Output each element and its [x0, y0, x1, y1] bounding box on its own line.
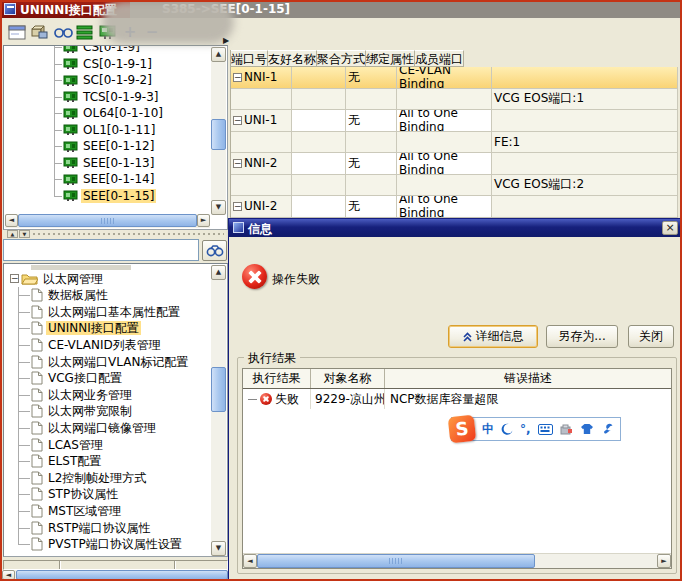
device-tree-item[interactable]: CS[0-1-9]	[5, 46, 211, 56]
device-tree-item[interactable]: SEE[0-1-14]	[5, 171, 211, 188]
binding-cell[interactable]	[397, 175, 492, 197]
aggregation-cell[interactable]: 无	[346, 153, 397, 175]
device-tree-label[interactable]: CS[0-1-9-1]	[81, 57, 154, 71]
dialog-title-bar[interactable]: 信息 ×	[229, 219, 681, 237]
column-header[interactable]: 端口号	[231, 50, 268, 67]
function-tree-label[interactable]: 以太网端口VLAN标记配置	[46, 355, 190, 369]
function-tree-label[interactable]: CE-VLANID列表管理	[46, 338, 163, 352]
port-cell[interactable]	[231, 132, 292, 154]
list-view-icon[interactable]	[74, 21, 96, 43]
friendly-name-cell[interactable]	[292, 132, 346, 154]
function-tree-label[interactable]: LCAS管理	[46, 438, 105, 452]
save-as-button[interactable]: 另存为...	[546, 325, 618, 348]
member-port-cell[interactable]: VCG EOS端口:2	[492, 175, 678, 197]
device-tree-label[interactable]: TCS[0-1-9-3]	[81, 90, 161, 104]
column-header[interactable]: 错误描述	[385, 369, 671, 388]
function-tree-item[interactable]: 以太网端口VLAN标记配置	[5, 353, 211, 370]
device-tree-label[interactable]: SC[0-1-9-2]	[81, 73, 154, 87]
splitter-down-icon[interactable]: ▼	[19, 230, 30, 238]
member-port-cell[interactable]: FE:1	[492, 132, 678, 154]
eyeglasses-find-icon[interactable]	[52, 21, 74, 43]
function-tree-item[interactable]: RSTP端口协议属性	[5, 519, 211, 536]
soft-keyboard-icon[interactable]	[538, 424, 553, 435]
scroll-right-icon[interactable]: ►	[657, 554, 671, 568]
function-tree-label[interactable]: 以太网带宽限制	[46, 404, 134, 418]
device-tree-label[interactable]: SEE[0-1-13]	[81, 156, 156, 170]
member-port-cell[interactable]	[492, 196, 678, 218]
scroll-right-icon[interactable]: ►	[197, 214, 210, 227]
function-tree-item[interactable]: MST区域管理	[5, 503, 211, 520]
splitter-up-icon[interactable]: ▲	[7, 230, 18, 238]
device-tree-item[interactable]: OL64[0-1-10]	[5, 105, 211, 122]
function-tree-item[interactable]: L2控制帧处理方式	[5, 470, 211, 487]
aggregation-cell[interactable]	[346, 132, 397, 154]
function-tree-item[interactable]: VCG接口配置	[5, 370, 211, 387]
device-tree-item[interactable]: SEE[0-1-12]	[5, 138, 211, 155]
port-cell[interactable]: − NNI-2	[231, 153, 292, 175]
scroll-left-icon[interactable]: ◄	[243, 554, 257, 568]
scroll-down-icon[interactable]: ▼	[211, 200, 226, 215]
column-header[interactable]: 聚合方式	[317, 50, 366, 67]
table-row[interactable]: − UNI-1 无 All to One Binding	[231, 110, 678, 132]
fullwidth-moon-icon[interactable]	[501, 423, 513, 435]
function-tree-item[interactable]: 以太网业务管理	[5, 387, 211, 404]
function-tree-label[interactable]: 数据板属性	[46, 288, 110, 302]
table-row[interactable]: − UNI-2 无 All to One Binding	[231, 196, 678, 218]
function-tree-label[interactable]: UNINNI接口配置	[46, 321, 141, 335]
function-tree-item[interactable]: LCAS管理	[5, 436, 211, 453]
sogou-logo[interactable]: S	[448, 415, 477, 444]
scroll-thumb[interactable]	[257, 554, 535, 568]
function-tree-label[interactable]: 以太网业务管理	[46, 388, 134, 402]
binding-cell[interactable]: All to One Binding	[397, 153, 492, 175]
table-row[interactable]: − NNI-2 无 All to One Binding	[231, 153, 678, 175]
device-tree-label[interactable]: SEE[0-1-12]	[81, 139, 156, 153]
function-tree-label[interactable]: 以太网端口基本属性配置	[46, 305, 182, 319]
function-tree-label[interactable]: PVSTP端口协议属性设置	[46, 537, 184, 551]
scroll-thumb[interactable]	[18, 214, 197, 227]
binding-cell[interactable]: CE-VLAN Binding	[397, 67, 492, 89]
function-tree-label[interactable]: STP协议属性	[46, 487, 120, 501]
result-hscrollbar[interactable]: ◄ ►	[243, 553, 671, 568]
friendly-name-cell[interactable]	[292, 153, 346, 175]
friendly-name-cell[interactable]	[292, 89, 346, 111]
panel-splitter[interactable]: ▲ ▼	[3, 230, 228, 239]
function-tree-label[interactable]: RSTP端口协议属性	[46, 521, 153, 535]
binding-cell[interactable]: All to One Binding	[397, 196, 492, 218]
member-port-cell[interactable]	[492, 153, 678, 175]
function-tree-label[interactable]: 以太网端口镜像管理	[46, 421, 158, 435]
collapse-icon[interactable]: −	[233, 202, 242, 211]
scroll-up-icon[interactable]: ▲	[211, 47, 226, 62]
skin-tshirt-icon[interactable]	[580, 423, 594, 435]
function-tree-item[interactable]: ELST配置	[5, 453, 211, 470]
search-button[interactable]	[202, 240, 227, 261]
scroll-thumb[interactable]	[211, 119, 226, 150]
friendly-name-cell[interactable]	[292, 175, 346, 197]
device-tree-label[interactable]: SEE[0-1-14]	[81, 172, 156, 186]
app-hscrollbar[interactable]: ◄	[2, 570, 228, 580]
device-tree-vscrollbar[interactable]: ▲ ▼	[211, 47, 226, 215]
scroll-left-icon[interactable]: ◄	[2, 570, 15, 580]
column-header[interactable]: 绑定属性	[366, 50, 415, 67]
chinese-mode[interactable]: 中	[482, 423, 494, 435]
scroll-thumb[interactable]	[211, 367, 226, 412]
device-tree-item[interactable]: CS[0-1-9-1]	[5, 56, 211, 73]
aggregation-cell[interactable]	[346, 175, 397, 197]
device-tree-label[interactable]: SEE[0-1-15]	[81, 189, 156, 203]
function-search-input[interactable]	[3, 239, 199, 261]
aggregation-cell[interactable]: 无	[346, 196, 397, 218]
function-tree-label[interactable]: ELST配置	[46, 454, 103, 468]
punctuation-icon[interactable]: °,	[520, 423, 531, 435]
column-header[interactable]: 对象名称	[311, 369, 385, 388]
device-tree-item[interactable]: SEE[0-1-15]	[5, 188, 211, 205]
binding-cell[interactable]	[397, 132, 492, 154]
collapse-icon[interactable]: −	[233, 116, 242, 125]
device-tree-hscrollbar[interactable]: ◄ ►	[5, 214, 210, 228]
function-tree-label[interactable]: VCG接口配置	[46, 371, 124, 385]
table-row[interactable]: − NNI-1 无 CE-VLAN Binding	[231, 67, 678, 89]
function-tree-root-label[interactable]: 以太网管理	[41, 272, 105, 286]
table-row[interactable]: VCG EOS端口:1	[231, 89, 678, 111]
panel-collapse-arrow[interactable]: ▶	[223, 36, 229, 45]
port-cell[interactable]: − NNI-1	[231, 67, 292, 89]
device-tree-item[interactable]: SEE[0-1-13]	[5, 155, 211, 172]
member-port-cell[interactable]: VCG EOS端口:1	[492, 89, 678, 111]
